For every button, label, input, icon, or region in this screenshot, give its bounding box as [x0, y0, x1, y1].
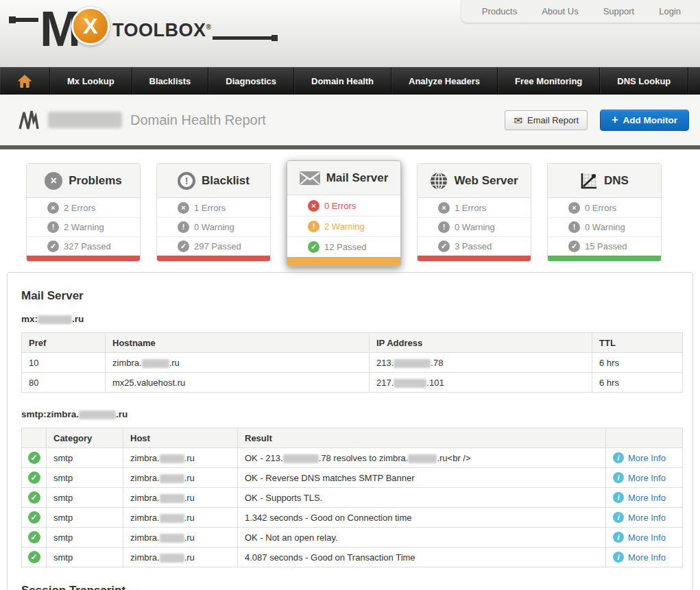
check-circle-icon: ✓ [28, 452, 40, 464]
top-links: Products About Us Support Login [461, 0, 700, 23]
plus-icon: + [612, 114, 618, 125]
info-icon: i [613, 492, 624, 503]
email-report-button[interactable]: ✉ Email Report [505, 110, 588, 130]
status-bar [287, 257, 400, 266]
table-header-row: Category Host Result [22, 428, 683, 448]
mx-table: Pref Hostname IP Address TTL 10 zimbra..… [21, 332, 683, 393]
check-circle-icon: ✓ [308, 241, 319, 253]
error-circle-icon: × [47, 202, 59, 214]
error-circle-icon: × [45, 172, 62, 190]
passed-count: ✓297 Passed [157, 236, 270, 256]
more-info-link[interactable]: iMore Info [613, 472, 666, 483]
table-row: ✓ smtp zimbra..ru 4.087 seconds - Good o… [22, 548, 683, 567]
table-header-row: Pref Hostname IP Address TTL [22, 333, 683, 353]
warning-count: !2 Warning [27, 217, 140, 236]
redacted-text [283, 454, 319, 463]
card-problems[interactable]: × Problems ×2 Errors !2 Warning ✓327 Pas… [26, 163, 141, 262]
mail-server-panel: Mail Server mx:.ru Pref Hostname IP Addr… [7, 272, 693, 590]
main-nav: Mx Lookup Blacklists Diagnostics Domain … [0, 67, 700, 95]
nav-mx-lookup[interactable]: Mx Lookup [50, 67, 132, 95]
section-title: Mail Server [21, 289, 679, 303]
redacted-text [160, 554, 184, 563]
globe-icon [430, 172, 448, 190]
warning-count: !0 Warning [418, 217, 531, 236]
error-circle-icon: × [438, 202, 450, 214]
errors-count: ×2 Errors [27, 198, 140, 217]
redacted-text [160, 454, 184, 463]
check-circle-icon: ✓ [28, 511, 40, 524]
logo-underline [213, 36, 271, 40]
more-info-link[interactable]: iMore Info [613, 552, 666, 563]
info-icon: i [613, 472, 624, 483]
info-icon: i [613, 512, 624, 523]
card-blacklist[interactable]: ! Blacklist ×1 Errors !0 Warning ✓297 Pa… [156, 163, 271, 262]
more-info-link[interactable]: iMore Info [613, 512, 666, 523]
check-circle-icon: ✓ [28, 551, 40, 563]
error-circle-icon: × [178, 202, 189, 214]
redacted-text [394, 379, 426, 388]
mxtoolbox-logo[interactable]: M X TOOLBOX® [10, 7, 271, 49]
nav-analyze-headers[interactable]: Analyze Headers [391, 67, 498, 95]
top-link-login[interactable]: Login [659, 6, 681, 16]
nav-dns-lookup[interactable]: DNS Lookup [600, 67, 688, 95]
passed-count: ✓15 Passed [548, 236, 661, 256]
passed-count: ✓327 Passed [27, 236, 140, 256]
top-link-support[interactable]: Support [603, 6, 635, 16]
more-info-link[interactable]: iMore Info [613, 452, 666, 463]
table-row: ✓ smtp zimbra..ru 1.342 seconds - Good o… [22, 508, 683, 528]
warning-count: !0 Warning [548, 217, 661, 236]
error-circle-icon: × [568, 202, 580, 214]
redacted-text [142, 359, 169, 368]
redacted-text [38, 315, 72, 324]
status-bar [548, 256, 661, 261]
status-bar [157, 256, 270, 261]
pulse-icon [18, 109, 40, 131]
envelope-icon [300, 171, 320, 185]
add-monitor-button[interactable]: + Add Monitor [600, 110, 689, 131]
card-web-server[interactable]: Web Server ×1 Errors !0 Warning ✓3 Passe… [417, 163, 531, 262]
warning-count: !2 Warning [287, 216, 400, 236]
info-icon: i [613, 452, 624, 463]
card-mail-server[interactable]: Mail Server ×0 Errors !2 Warning ✓12 Pas… [287, 160, 401, 267]
nav-free-monitoring[interactable]: Free Monitoring [498, 67, 600, 95]
nav-blacklists[interactable]: Blacklists [132, 67, 209, 95]
nav-domain-health[interactable]: Domain Health [294, 67, 391, 95]
top-link-about-us[interactable]: About Us [542, 6, 578, 16]
status-bar [27, 256, 140, 261]
table-row: ✓ smtp zimbra..ru OK - Reverse DNS match… [22, 468, 683, 488]
warning-circle-icon: ! [438, 221, 450, 233]
nav-diagnostics[interactable]: Diagnostics [208, 67, 294, 95]
logo-x-icon: X [71, 7, 110, 45]
check-circle-icon: ✓ [28, 491, 40, 504]
top-strip: Products About Us Support Login M X TOOL… [0, 0, 700, 67]
check-circle-icon: ✓ [47, 241, 59, 252]
info-icon: i [613, 532, 624, 543]
info-icon: i [613, 552, 624, 563]
check-circle-icon: ✓ [178, 241, 189, 252]
redacted-text [160, 494, 184, 503]
alert-ring-icon: ! [178, 172, 195, 190]
passed-count: ✓12 Passed [287, 236, 400, 257]
top-link-products[interactable]: Products [482, 6, 517, 16]
logo-wordmark: TOOLBOX® [112, 20, 211, 41]
smtp-table: Category Host Result ✓ smtp zimbra..ru O… [21, 428, 683, 567]
nav-more[interactable]: More [688, 67, 700, 95]
more-info-link[interactable]: iMore Info [613, 492, 666, 503]
table-row: ✓ smtp zimbra..ru OK - Supports TLS. iMo… [22, 488, 683, 508]
errors-count: ×0 Errors [287, 195, 400, 216]
redacted-domain [48, 112, 122, 128]
more-info-link[interactable]: iMore Info [613, 532, 666, 543]
warning-circle-icon: ! [178, 221, 189, 233]
warning-circle-icon: ! [568, 221, 580, 233]
redacted-text [160, 514, 184, 523]
status-bar [418, 256, 531, 261]
check-circle-icon: ✓ [28, 471, 40, 484]
envelope-icon: ✉ [514, 115, 522, 125]
errors-count: ×0 Errors [548, 198, 661, 217]
card-dns[interactable]: DNS ×0 Errors !0 Warning ✓15 Passed [547, 163, 662, 262]
redacted-text [160, 534, 184, 543]
page-title: Domain Health Report [130, 112, 266, 128]
nav-home[interactable] [0, 67, 50, 95]
smtp-heading: smtp:zimbra..ru [21, 409, 679, 419]
mx-record-heading: mx:.ru [21, 314, 679, 324]
